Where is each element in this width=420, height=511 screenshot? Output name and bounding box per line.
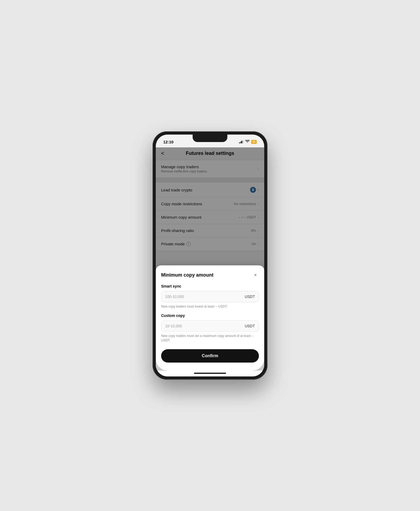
custom-copy-currency: USDT <box>245 324 255 328</box>
screen-content: < Futures lead settings Manage copy trad… <box>156 147 264 376</box>
modal-overlay: Minimum copy amount × Smart sync 100-10,… <box>156 147 264 371</box>
modal-title: Minimum copy amount <box>161 272 213 278</box>
status-time: 12:10 <box>163 140 173 144</box>
close-button[interactable]: × <box>252 272 259 279</box>
modal-header: Minimum copy amount × <box>161 272 259 279</box>
home-bar <box>194 373 226 374</box>
custom-copy-label: Custom copy <box>161 313 259 318</box>
smart-sync-placeholder: 100-10,000 <box>165 294 245 299</box>
settings-page: < Futures lead settings Manage copy trad… <box>156 147 264 371</box>
smart-sync-hint: New copy traders must invest at least --… <box>161 304 259 309</box>
custom-copy-hint: New copy traders must set a maximum copy… <box>161 334 259 343</box>
custom-copy-input[interactable]: 10-10,000 USDT <box>161 320 259 332</box>
battery-indicator: 31 <box>251 140 257 144</box>
smart-sync-currency: USDT <box>245 294 255 299</box>
custom-copy-placeholder: 10-10,000 <box>165 324 245 328</box>
wifi-icon <box>245 140 250 144</box>
signal-icon <box>239 140 244 143</box>
smart-sync-input[interactable]: 100-10,000 USDT <box>161 291 259 302</box>
notch <box>193 135 227 142</box>
home-indicator <box>156 371 264 376</box>
modal-sheet: Minimum copy amount × Smart sync 100-10,… <box>156 265 264 371</box>
smart-sync-label: Smart sync <box>161 284 259 288</box>
confirm-button[interactable]: Confirm <box>161 349 259 363</box>
status-icons: 31 <box>239 140 257 144</box>
